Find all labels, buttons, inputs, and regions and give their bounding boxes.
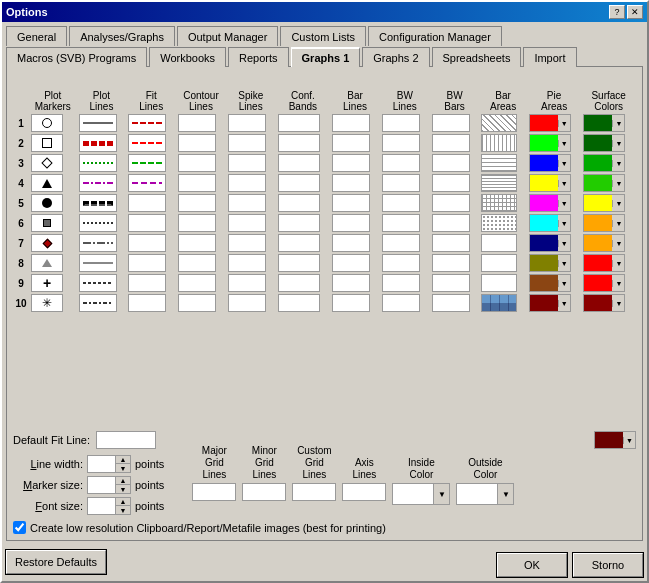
cell-surface-7[interactable]: ▼: [581, 233, 636, 253]
cell-spike-1[interactable]: [226, 113, 276, 133]
cell-bw-bar-10[interactable]: [430, 293, 480, 313]
major-grid-box[interactable]: [192, 483, 236, 501]
cell-plot-marker-5[interactable]: [29, 193, 77, 213]
cell-plot-marker-8[interactable]: [29, 253, 77, 273]
cell-bar-area-3[interactable]: [479, 153, 526, 173]
cell-contour-6[interactable]: [176, 213, 226, 233]
cell-surface-3[interactable]: ▼: [581, 153, 636, 173]
cell-plot-line-4[interactable]: [77, 173, 127, 193]
cell-bar-area-6[interactable]: [479, 213, 526, 233]
cell-bar-area-9[interactable]: [479, 273, 526, 293]
cell-plot-line-5[interactable]: [77, 193, 127, 213]
cell-surface-4[interactable]: ▼: [581, 173, 636, 193]
cell-bw-bar-3[interactable]: [430, 153, 480, 173]
cell-bar-area-5[interactable]: [479, 193, 526, 213]
cell-contour-8[interactable]: [176, 253, 226, 273]
marker-size-input[interactable]: 5: [87, 476, 115, 494]
cell-surface-5[interactable]: ▼: [581, 193, 636, 213]
cell-surface-9[interactable]: ▼: [581, 273, 636, 293]
cell-plot-line-9[interactable]: [77, 273, 127, 293]
cell-pie-area-4[interactable]: ▼: [527, 173, 582, 193]
cell-bw-line-7[interactable]: [380, 233, 430, 253]
cell-surface-1[interactable]: ▼: [581, 113, 636, 133]
line-width-down[interactable]: ▼: [116, 464, 130, 472]
cell-conf-1[interactable]: [276, 113, 331, 133]
cell-bw-line-6[interactable]: [380, 213, 430, 233]
axis-lines-box[interactable]: [342, 483, 386, 501]
tab-reports[interactable]: Reports: [228, 47, 289, 67]
cell-bar-area-7[interactable]: [479, 233, 526, 253]
ok-button[interactable]: OK: [497, 553, 567, 577]
cell-bar-area-8[interactable]: [479, 253, 526, 273]
cell-conf-8[interactable]: [276, 253, 331, 273]
cell-plot-line-6[interactable]: [77, 213, 127, 233]
cell-surface-6[interactable]: ▼: [581, 213, 636, 233]
cell-bw-bar-4[interactable]: [430, 173, 480, 193]
cell-fit-line-7[interactable]: [126, 233, 176, 253]
cell-plot-marker-9[interactable]: +: [29, 273, 77, 293]
cell-bw-bar-6[interactable]: [430, 213, 480, 233]
cell-bar-line-8[interactable]: [330, 253, 380, 273]
cell-conf-7[interactable]: [276, 233, 331, 253]
cell-bw-line-4[interactable]: [380, 173, 430, 193]
cell-plot-line-10[interactable]: [77, 293, 127, 313]
cell-fit-line-10[interactable]: [126, 293, 176, 313]
cell-spike-2[interactable]: [226, 133, 276, 153]
tab-graphs1[interactable]: Graphs 1: [291, 47, 361, 67]
cell-plot-line-8[interactable]: [77, 253, 127, 273]
font-size-down[interactable]: ▼: [116, 506, 130, 514]
cell-surface-8[interactable]: ▼: [581, 253, 636, 273]
cell-surface-10[interactable]: ▼: [581, 293, 636, 313]
cell-bar-line-1[interactable]: [330, 113, 380, 133]
cell-spike-6[interactable]: [226, 213, 276, 233]
cell-contour-3[interactable]: [176, 153, 226, 173]
line-width-up[interactable]: ▲: [116, 456, 130, 464]
cell-spike-5[interactable]: [226, 193, 276, 213]
cell-conf-9[interactable]: [276, 273, 331, 293]
cell-bw-line-10[interactable]: [380, 293, 430, 313]
cell-fit-line-2[interactable]: [126, 133, 176, 153]
restore-defaults-button[interactable]: Restore Defaults: [6, 550, 106, 574]
cell-pie-area-1[interactable]: ▼: [527, 113, 582, 133]
default-fit-line-box[interactable]: [96, 431, 156, 449]
cell-plot-line-7[interactable]: [77, 233, 127, 253]
cell-spike-7[interactable]: [226, 233, 276, 253]
cell-bar-area-10[interactable]: [479, 293, 526, 313]
cell-conf-4[interactable]: [276, 173, 331, 193]
tab-import[interactable]: Import: [523, 47, 576, 67]
cell-pie-area-7[interactable]: ▼: [527, 233, 582, 253]
low-res-checkbox[interactable]: [13, 521, 26, 534]
tab-configuration-manager[interactable]: Configuration Manager: [368, 26, 502, 46]
cell-bw-bar-1[interactable]: [430, 113, 480, 133]
cell-conf-10[interactable]: [276, 293, 331, 313]
cell-bar-line-6[interactable]: [330, 213, 380, 233]
cell-pie-area-10[interactable]: ▼: [527, 293, 582, 313]
minor-grid-box[interactable]: [242, 483, 286, 501]
tab-output-manager[interactable]: Output Manager: [177, 26, 279, 46]
cell-pie-area-2[interactable]: ▼: [527, 133, 582, 153]
cell-bw-line-5[interactable]: [380, 193, 430, 213]
inside-color-box[interactable]: ▼: [392, 483, 450, 505]
cell-surface-2[interactable]: ▼: [581, 133, 636, 153]
tab-macros[interactable]: Macros (SVB) Programs: [6, 47, 147, 67]
marker-size-up[interactable]: ▲: [116, 477, 130, 485]
tab-spreadsheets[interactable]: Spreadsheets: [432, 47, 522, 67]
tab-workbooks[interactable]: Workbooks: [149, 47, 226, 67]
outside-color-box[interactable]: ▼: [456, 483, 514, 505]
cell-fit-line-4[interactable]: [126, 173, 176, 193]
last-surface-dropdown[interactable]: ▼: [623, 437, 635, 444]
cell-bw-line-2[interactable]: [380, 133, 430, 153]
cell-bar-line-10[interactable]: [330, 293, 380, 313]
cell-plot-marker-7[interactable]: [29, 233, 77, 253]
cell-contour-9[interactable]: [176, 273, 226, 293]
cell-bar-line-3[interactable]: [330, 153, 380, 173]
cell-bw-line-9[interactable]: [380, 273, 430, 293]
cell-bar-line-5[interactable]: [330, 193, 380, 213]
cell-bar-line-9[interactable]: [330, 273, 380, 293]
font-size-up[interactable]: ▲: [116, 498, 130, 506]
marker-size-down[interactable]: ▼: [116, 485, 130, 493]
cancel-button[interactable]: Storno: [573, 553, 643, 577]
cell-bw-line-8[interactable]: [380, 253, 430, 273]
cell-contour-4[interactable]: [176, 173, 226, 193]
cell-contour-1[interactable]: [176, 113, 226, 133]
